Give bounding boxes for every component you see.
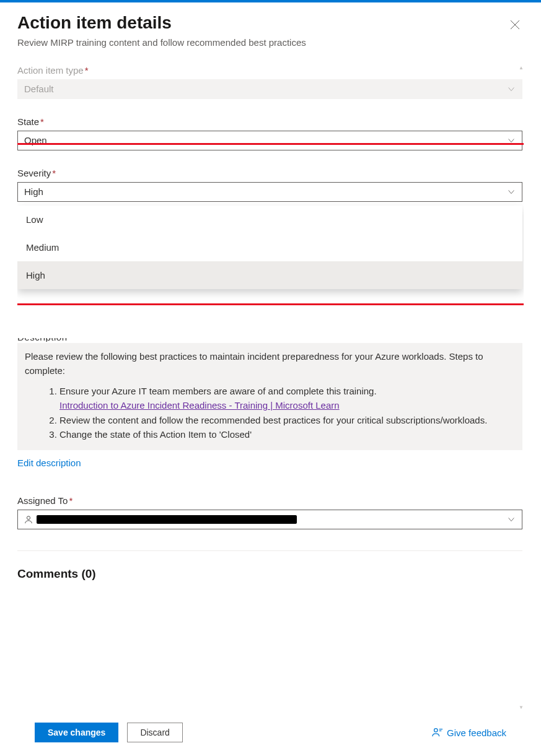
state-value: Open bbox=[24, 135, 47, 146]
edit-description-link[interactable]: Edit description bbox=[17, 458, 81, 468]
required-asterisk: * bbox=[85, 65, 89, 76]
scroll-arrow-down-icon: ▼ bbox=[519, 705, 524, 710]
svg-point-3 bbox=[434, 729, 438, 732]
close-icon bbox=[510, 19, 520, 32]
description-box: Please review the following best practic… bbox=[17, 343, 522, 451]
field-assigned-to: Assigned To* bbox=[17, 495, 522, 529]
assigned-to-redacted-value bbox=[37, 515, 297, 524]
field-state: State* Open bbox=[17, 116, 522, 150]
description-intro: Please review the following best practic… bbox=[25, 349, 515, 378]
severity-value: High bbox=[24, 186, 43, 197]
chevron-down-icon bbox=[507, 85, 516, 93]
panel: Action item details Review MIRP training… bbox=[0, 2, 541, 756]
comments-heading: Comments (0) bbox=[17, 567, 522, 581]
state-label: State* bbox=[17, 116, 522, 127]
required-asterisk: * bbox=[52, 168, 56, 178]
severity-option-low[interactable]: Low bbox=[17, 206, 522, 233]
panel-header: Action item details Review MIRP training… bbox=[17, 12, 524, 65]
footer-bar: Save changes Discard Give feedback bbox=[17, 710, 524, 756]
state-select[interactable]: Open bbox=[17, 131, 522, 150]
required-asterisk: * bbox=[40, 116, 44, 127]
section-divider bbox=[17, 550, 522, 551]
feedback-icon bbox=[432, 727, 443, 738]
description-steps: Ensure your Azure IT team members are aw… bbox=[59, 384, 515, 441]
assigned-to-inner bbox=[24, 515, 297, 524]
person-icon bbox=[24, 515, 33, 524]
description-step-2: Review the content and follow the recomm… bbox=[59, 413, 515, 427]
comments-area bbox=[17, 581, 522, 606]
field-action-item-type: Action item type* Default bbox=[17, 65, 522, 99]
discard-button[interactable]: Discard bbox=[127, 723, 182, 742]
required-asterisk: * bbox=[69, 495, 73, 506]
severity-label: Severity* bbox=[17, 168, 522, 178]
save-button[interactable]: Save changes bbox=[35, 723, 118, 742]
description-step-1: Ensure your Azure IT team members are aw… bbox=[59, 384, 515, 413]
assigned-to-label: Assigned To* bbox=[17, 495, 522, 506]
severity-select[interactable]: High bbox=[17, 182, 522, 202]
chevron-down-icon bbox=[507, 136, 516, 145]
chevron-down-icon bbox=[507, 188, 516, 196]
header-texts: Action item details Review MIRP training… bbox=[17, 12, 306, 65]
scroll-area[interactable]: ▲ Action item type* Default State* Open bbox=[17, 65, 524, 710]
severity-option-medium[interactable]: Medium bbox=[17, 233, 522, 261]
assigned-to-select[interactable] bbox=[17, 510, 522, 529]
chevron-down-icon bbox=[507, 515, 516, 524]
severity-option-high[interactable]: High bbox=[17, 261, 522, 289]
give-feedback-link[interactable]: Give feedback bbox=[432, 727, 506, 738]
action-item-type-value: Default bbox=[24, 84, 54, 94]
close-button[interactable] bbox=[506, 16, 524, 35]
action-item-type-select: Default bbox=[17, 79, 522, 99]
severity-dropdown-menu: Low Medium High bbox=[17, 206, 522, 289]
description-step-1-link[interactable]: Introduction to Azure Incident Readiness… bbox=[59, 400, 340, 411]
page-title: Action item details bbox=[17, 12, 306, 33]
svg-point-2 bbox=[27, 516, 30, 519]
page-subtitle: Review MIRP training content and follow … bbox=[17, 37, 306, 48]
field-severity: Severity* High Low Medium High bbox=[17, 168, 522, 202]
description-label-clipped: Description bbox=[17, 338, 522, 342]
description-step-3: Change the state of this Action Item to … bbox=[59, 427, 515, 441]
action-item-type-label: Action item type* bbox=[17, 65, 522, 76]
